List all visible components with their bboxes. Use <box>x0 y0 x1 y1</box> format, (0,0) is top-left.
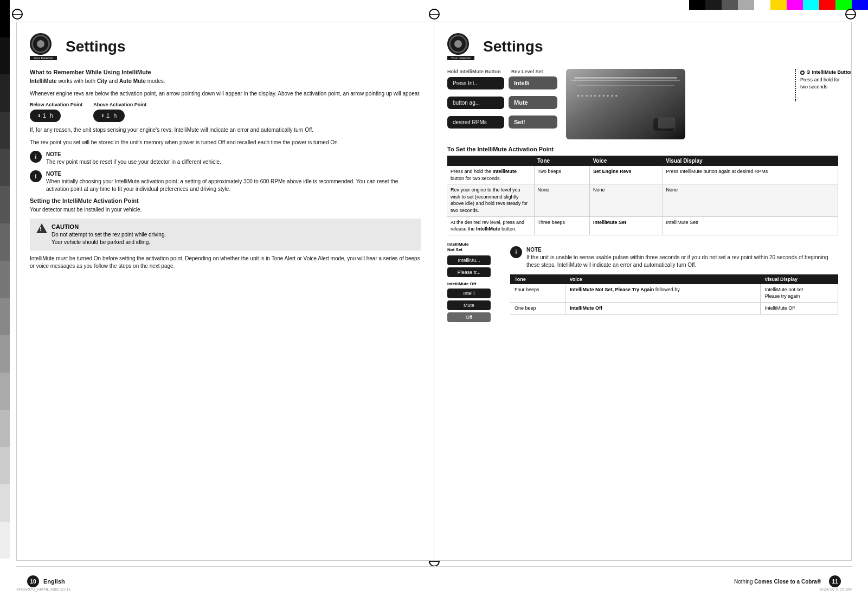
caution-box: CAUTION Do not attempt to set the rev po… <box>30 219 421 251</box>
seq-result-1: Intelli <box>509 76 557 89</box>
bottom-section: IntelliMuteNot Set IntelliMu... Please t… <box>447 242 838 322</box>
col-visual: Visual Display <box>663 156 838 166</box>
intellimute-bold: IntelliMute <box>30 78 56 84</box>
caution-triangle <box>36 223 47 233</box>
left-page-title: Settings <box>66 38 125 55</box>
seq-button-2: button ag... <box>447 97 504 109</box>
bt-voice-2: IntelliMute Off <box>565 302 761 314</box>
button-note-line2: two seconds <box>800 84 851 91</box>
right-note-icon: i <box>510 246 522 258</box>
automute-bold: Auto Mute <box>119 78 146 84</box>
note-text-2: When initially choosing your IntelliMute… <box>46 178 398 192</box>
engine-revs-text: Whenever engine revs are below the activ… <box>30 90 421 98</box>
bt-voice-1: IntelliMute Not Set, Please Try Again fo… <box>565 284 761 303</box>
caution-icon <box>36 223 47 234</box>
right-note-title: NOTE <box>526 247 542 253</box>
activation-table: Tone Voice Visual Display Press and hold… <box>447 156 838 235</box>
act-visual-3: IntelliMute Set! <box>663 216 838 235</box>
reg-mark-right-top <box>844 8 857 21</box>
down-arrow-icon: ⬇ <box>37 112 41 119</box>
bt-tone-1: Four beeps <box>510 284 565 303</box>
activation-row-2: Rev your engine to the level you wish to… <box>447 184 838 216</box>
bt-visual-2: IntelliMute Off <box>760 302 838 314</box>
left-page-header: Your Detector Settings <box>30 33 421 60</box>
note-content-2: NOTE When initially choosing your Intell… <box>46 170 421 193</box>
act-action-1: Press and hold the IntelliMute button fo… <box>447 166 534 184</box>
col-action <box>447 156 534 166</box>
caution-line-2: Your vehicle should be parked and idling… <box>52 239 166 246</box>
up-arrow-icon: ⬆ <box>101 112 105 119</box>
indicators-area: IntelliMuteNot Set IntelliMu... Please t… <box>447 242 501 322</box>
btcol-voice: Voice <box>565 274 761 284</box>
btcol-tone: Tone <box>510 274 565 284</box>
bt-row-2: One beep IntelliMute Off IntelliMute Off <box>510 302 838 314</box>
footer-nothing: Nothing <box>734 579 753 585</box>
right-note-content: NOTE If the unit is unable to sense usab… <box>526 246 838 269</box>
col-tone: Tone <box>534 156 589 166</box>
footer-right: Nothing Comes Close to a Cobra® 11 <box>734 575 841 587</box>
seq-row-1: Press Int... Intelli <box>447 76 557 93</box>
print-date: 8/24/10 9:25 AM <box>820 587 852 592</box>
footer-language: English <box>43 578 65 585</box>
logo-icon-right <box>447 33 469 55</box>
above-activation-item: Above Activation Point ⬆ i h <box>93 102 146 122</box>
what-to-remember-title: What to Remember While Using IntelliMute <box>30 69 421 75</box>
right-page-header: Your Detector Settings <box>447 33 838 60</box>
activation-table-title: To Set the IntelliMute Activation Point <box>447 146 838 152</box>
rev-level-label: Rev Level Set <box>511 69 543 74</box>
off-btn-1: Intelli <box>447 289 491 298</box>
off-btn-2: Mute <box>447 300 491 310</box>
your-detector-label-right: Your Detector <box>447 56 474 60</box>
final-paragraph: IntelliMute must be turned On before set… <box>30 255 421 271</box>
note-content-1: NOTE The rev point must be reset if you … <box>46 151 221 166</box>
bt-row-1: Four beeps IntelliMute Not Set, Please T… <box>510 284 838 303</box>
reg-mark-top-center <box>428 8 441 21</box>
setting-title: Setting the IntelliMute Activation Point <box>30 197 421 204</box>
caution-title: CAUTION <box>52 223 166 231</box>
below-display: ⬇ i h <box>30 110 61 122</box>
right-note-text: If the unit is unable to sense usable pu… <box>526 254 828 268</box>
seq-result-2: Mute <box>509 96 557 109</box>
activation-row-3: At the desired rev level, press and rele… <box>447 216 838 235</box>
gray-strip <box>0 0 10 596</box>
note-title-1: NOTE <box>46 151 61 157</box>
act-action-3: At the desired rev level, press and rele… <box>447 216 534 235</box>
right-page-title: Settings <box>483 38 543 55</box>
reg-mark-left-top <box>11 8 24 21</box>
intellimute-button-note: ⊙ IntelliMute Button Press and hold for … <box>795 69 851 101</box>
detector-logo-left: Your Detector <box>30 33 57 60</box>
right-page-num-badge: 11 <box>829 575 841 587</box>
activation-diagrams: Below Activation Point ⬇ i h Above Activ… <box>30 102 421 122</box>
seq-result-3: Set! <box>509 116 557 129</box>
above-display-text: i h <box>106 113 117 119</box>
note-text-1: The rev point must be reset if you use y… <box>46 159 221 165</box>
activation-row-1: Press and hold the IntelliMute button fo… <box>447 166 838 184</box>
above-label: Above Activation Point <box>93 102 146 107</box>
note-icon-1: i <box>30 151 42 163</box>
below-activation-item: Below Activation Point ⬇ i h <box>30 102 82 122</box>
print-file: XRS9570_MANL.indd 10-11 <box>16 587 71 592</box>
not-set-btn-1: IntelliMu... <box>447 255 491 265</box>
btcol-visual: Visual Display <box>760 274 838 284</box>
act-tone-2: None <box>534 184 589 216</box>
act-tone-1: Two beeps <box>534 166 589 184</box>
color-strip <box>689 0 868 10</box>
footer-brand: Comes Close to a Cobra® <box>754 579 821 585</box>
off-label: IntelliMute Off <box>447 281 501 286</box>
seq-row-3: desired RPMs Set! <box>447 116 557 132</box>
note-and-table: i NOTE If the unit is unable to sense us… <box>510 242 838 322</box>
note-icon-2: i <box>30 170 42 182</box>
right-top-section: Hold IntelliMute Button Rev Level Set Pr… <box>447 69 838 139</box>
act-voice-1: Set Engine Revs <box>589 166 663 184</box>
hold-button-label: Hold IntelliMute Button <box>447 69 507 74</box>
off-btn-3: Off <box>447 312 491 322</box>
below-display-text: i h <box>43 113 54 119</box>
seq-column-headers: Hold IntelliMute Button Rev Level Set <box>447 69 557 74</box>
footer-left: 10 English <box>27 575 65 587</box>
left-page-number: 10 <box>27 575 39 587</box>
not-set-btn-2: Please tr... <box>447 267 491 277</box>
detector-image: ●●●●●●●●●● <box>566 69 685 139</box>
act-action-2: Rev your engine to the level you wish to… <box>447 184 534 216</box>
your-detector-label-left: Your Detector <box>30 56 57 60</box>
dotted-connector <box>795 69 796 101</box>
